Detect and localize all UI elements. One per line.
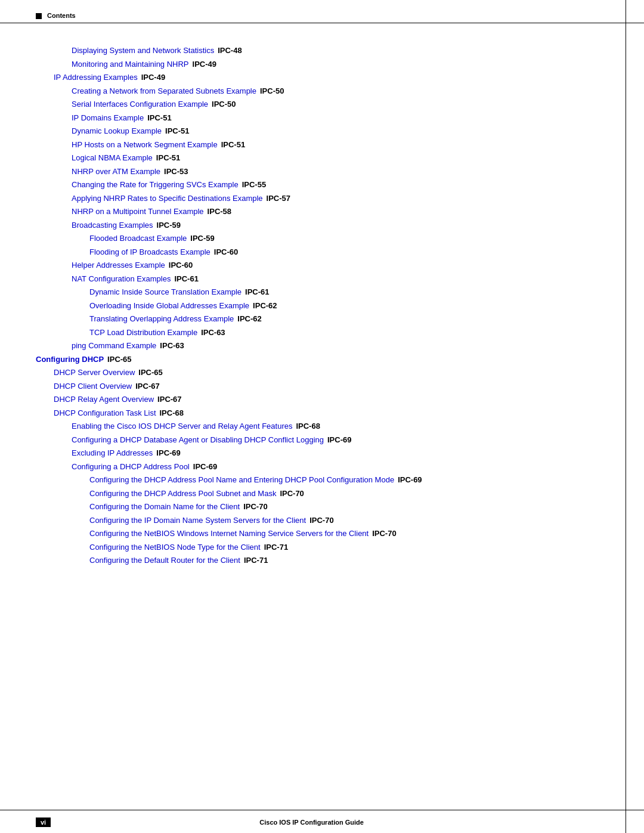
toc-page: IPC-57 — [267, 193, 290, 205]
toc-page: IPC-70 — [372, 528, 396, 540]
toc-entry: Overloading Inside Global Addresses Exam… — [36, 300, 608, 312]
toc-link[interactable]: DHCP Server Overview — [54, 367, 135, 379]
toc-link[interactable]: NAT Configuration Examples — [72, 273, 171, 285]
toc-link[interactable]: Creating a Network from Separated Subnet… — [72, 85, 256, 97]
toc-page: IPC-68 — [160, 407, 184, 419]
toc-page: IPC-60 — [169, 259, 193, 271]
toc-entry: NHRP on a Multipoint Tunnel ExampleIPC-5… — [36, 206, 608, 218]
toc-link[interactable]: Configuring the Domain Name for the Clie… — [89, 501, 240, 513]
toc-page: IPC-70 — [309, 515, 333, 527]
toc-link[interactable]: DHCP Client Overview — [54, 380, 132, 392]
toc-link[interactable]: Excluding IP Addresses — [72, 447, 153, 459]
toc-link[interactable]: Flooded Broadcast Example — [89, 233, 187, 244]
toc-link[interactable]: Changing the Rate for Triggering SVCs Ex… — [72, 179, 239, 191]
page-wrapper: Contents Displaying System and Network S… — [0, 0, 644, 833]
toc-page: IPC-69 — [398, 474, 422, 486]
toc-link[interactable]: Helper Addresses Example — [72, 259, 165, 271]
toc-page: IPC-59 — [157, 219, 181, 231]
toc-entry: Configuring a DHCP Database Agent or Dis… — [36, 434, 608, 446]
toc-entry: IP Domains ExampleIPC-51 — [36, 112, 608, 124]
bottom-border — [0, 810, 644, 810]
toc-page: IPC-67 — [157, 394, 181, 405]
toc-page: IPC-71 — [264, 541, 288, 553]
toc-entry: Displaying System and Network Statistics… — [36, 45, 608, 57]
toc-page: IPC-58 — [208, 206, 231, 218]
toc-page: IPC-63 — [201, 327, 225, 339]
toc-page: IPC-70 — [243, 501, 267, 513]
toc-link[interactable]: NHRP over ATM Example — [72, 166, 160, 178]
toc-entry: Excluding IP AddressesIPC-69 — [36, 447, 608, 459]
toc-link[interactable]: HP Hosts on a Network Segment Example — [72, 139, 218, 151]
toc-page: IPC-49 — [141, 72, 165, 83]
toc-page: IPC-61 — [174, 273, 198, 285]
toc-page: IPC-53 — [164, 166, 188, 178]
toc-link[interactable]: Translating Overlapping Address Example — [89, 313, 234, 325]
header-label: Contents — [36, 12, 76, 19]
toc-entry: Configuring the NetBIOS Windows Internet… — [36, 528, 608, 540]
toc-link[interactable]: Configuring the NetBIOS Windows Internet… — [89, 528, 369, 540]
toc-page: IPC-51 — [221, 139, 245, 151]
toc-link[interactable]: Enabling the Cisco IOS DHCP Server and R… — [72, 420, 292, 432]
toc-page: IPC-62 — [237, 313, 261, 325]
toc-entry: ping Command ExampleIPC-63 — [36, 340, 608, 352]
toc-link[interactable]: Monitoring and Maintaining NHRP — [72, 58, 189, 70]
toc-link[interactable]: Configuring the Default Router for the C… — [89, 555, 240, 566]
toc-link[interactable]: Configuring the DHCP Address Pool Subnet… — [89, 488, 276, 500]
toc-link[interactable]: TCP Load Distribution Example — [89, 327, 197, 339]
toc-page: IPC-61 — [245, 286, 269, 298]
header-contents-label: Contents — [47, 12, 76, 19]
toc-entry: Configuring the DHCP Address Pool Name a… — [36, 474, 608, 486]
toc-link[interactable]: IP Addressing Examples — [54, 72, 138, 83]
toc-page: IPC-69 — [327, 434, 351, 446]
toc-entry: Configuring the Default Router for the C… — [36, 555, 608, 566]
toc-entry: HP Hosts on a Network Segment ExampleIPC… — [36, 139, 608, 151]
toc-container: Displaying System and Network Statistics… — [36, 45, 608, 566]
toc-link[interactable]: Overloading Inside Global Addresses Exam… — [89, 300, 249, 312]
content-area: Displaying System and Network Statistics… — [36, 33, 608, 803]
toc-entry: DHCP Relay Agent OverviewIPC-67 — [36, 394, 608, 405]
toc-entry: Configuring the NetBIOS Node Type for th… — [36, 541, 608, 553]
toc-page: IPC-51 — [165, 125, 189, 137]
toc-page: IPC-69 — [156, 447, 180, 459]
toc-page: IPC-65 — [107, 354, 131, 366]
toc-page: IPC-51 — [156, 152, 180, 164]
toc-link[interactable]: DHCP Configuration Task List — [54, 407, 156, 419]
toc-link[interactable]: DHCP Relay Agent Overview — [54, 394, 154, 405]
toc-link[interactable]: Logical NBMA Example — [72, 152, 153, 164]
toc-link[interactable]: Configuring the IP Domain Name System Se… — [89, 515, 306, 527]
toc-link[interactable]: Broadcasting Examples — [72, 219, 153, 231]
toc-entry: TCP Load Distribution ExampleIPC-63 — [36, 327, 608, 339]
toc-entry: Configuring a DHCP Address PoolIPC-69 — [36, 461, 608, 473]
toc-link[interactable]: Configuring the DHCP Address Pool Name a… — [89, 474, 394, 486]
toc-link[interactable]: ping Command Example — [72, 340, 156, 352]
toc-link[interactable]: Configuring DHCP — [36, 354, 104, 366]
toc-link[interactable]: Configuring a DHCP Address Pool — [72, 461, 190, 473]
toc-link[interactable]: Serial Interfaces Configuration Example — [72, 98, 208, 110]
toc-entry: NAT Configuration ExamplesIPC-61 — [36, 273, 608, 285]
toc-entry: Dynamic Lookup ExampleIPC-51 — [36, 125, 608, 137]
toc-page: IPC-70 — [280, 488, 304, 500]
toc-entry: Configuring the DHCP Address Pool Subnet… — [36, 488, 608, 500]
toc-page: IPC-71 — [244, 555, 268, 566]
toc-link[interactable]: Dynamic Inside Source Translation Exampl… — [89, 286, 242, 298]
toc-link[interactable]: Flooding of IP Broadcasts Example — [89, 246, 210, 258]
toc-page: IPC-48 — [218, 45, 242, 57]
toc-link[interactable]: Configuring the NetBIOS Node Type for th… — [89, 541, 261, 553]
toc-page: IPC-59 — [190, 233, 214, 244]
toc-link[interactable]: Dynamic Lookup Example — [72, 125, 162, 137]
toc-link[interactable]: IP Domains Example — [72, 112, 144, 124]
toc-link[interactable]: NHRP on a Multipoint Tunnel Example — [72, 206, 204, 218]
toc-entry: Helper Addresses ExampleIPC-60 — [36, 259, 608, 271]
footer-title: Cisco IOS IP Configuration Guide — [259, 819, 364, 826]
toc-entry: Enabling the Cisco IOS DHCP Server and R… — [36, 420, 608, 432]
toc-page: IPC-50 — [212, 98, 236, 110]
toc-entry: Serial Interfaces Configuration ExampleI… — [36, 98, 608, 110]
toc-entry: Configuring DHCPIPC-65 — [36, 354, 608, 366]
toc-link[interactable]: Applying NHRP Rates to Specific Destinat… — [72, 193, 263, 205]
toc-entry: Flooded Broadcast ExampleIPC-59 — [36, 233, 608, 244]
toc-entry: DHCP Client OverviewIPC-67 — [36, 380, 608, 392]
toc-link[interactable]: Displaying System and Network Statistics — [72, 45, 214, 57]
toc-link[interactable]: Configuring a DHCP Database Agent or Dis… — [72, 434, 324, 446]
toc-page: IPC-51 — [147, 112, 171, 124]
toc-page: IPC-65 — [138, 367, 162, 379]
